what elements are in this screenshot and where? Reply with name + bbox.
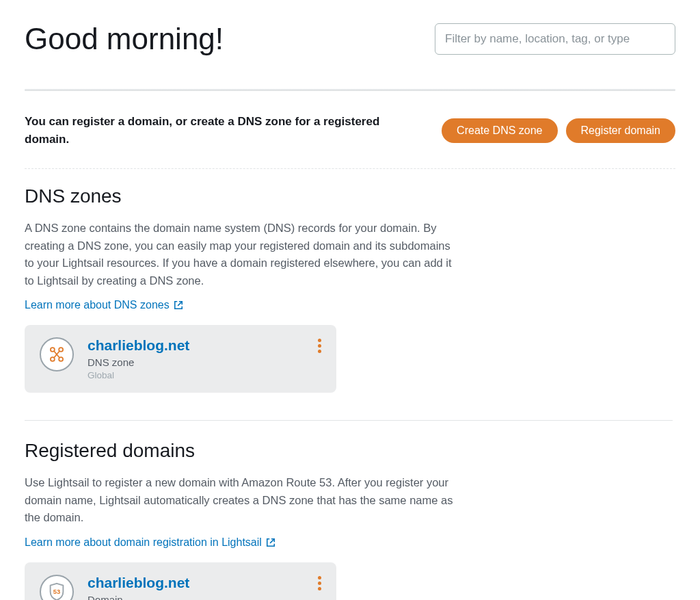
section-divider xyxy=(25,420,673,421)
external-link-icon xyxy=(266,538,275,547)
dns-zones-learn-more-link[interactable]: Learn more about DNS zones xyxy=(25,299,183,311)
svg-point-2 xyxy=(51,357,55,361)
registered-domains-learn-more-text: Learn more about domain registration in … xyxy=(25,536,262,549)
dns-zone-icon xyxy=(40,337,74,371)
dns-zones-title: DNS zones xyxy=(25,185,462,207)
svg-point-3 xyxy=(59,357,63,361)
dns-zone-card-name[interactable]: charlieblog.net xyxy=(88,337,321,354)
dns-zone-card-scope: Global xyxy=(88,370,321,380)
dns-zone-card[interactable]: charlieblog.net DNS zone Global xyxy=(25,325,336,393)
registered-domains-title: Registered domains xyxy=(25,440,462,462)
dns-zone-card-menu-button[interactable] xyxy=(318,339,321,353)
filter-input[interactable] xyxy=(435,23,675,55)
dns-zones-learn-more-text: Learn more about DNS zones xyxy=(25,299,170,311)
create-dns-zone-button[interactable]: Create DNS zone xyxy=(442,118,557,143)
external-link-icon xyxy=(174,300,183,310)
svg-point-1 xyxy=(59,348,63,352)
prompt-actions: Create DNS zone Register domain xyxy=(442,118,675,143)
domain-icon: 53 xyxy=(40,575,74,600)
registered-domains-description: Use Lightsail to register a new domain w… xyxy=(25,474,462,527)
register-domain-button[interactable]: Register domain xyxy=(566,118,676,143)
header-divider xyxy=(25,89,675,91)
domain-card-type: Domain xyxy=(88,594,321,600)
dns-zone-card-type: DNS zone xyxy=(88,356,321,368)
domain-card-menu-button[interactable] xyxy=(318,576,321,590)
domain-card[interactable]: 53 charlieblog.net Domain Global xyxy=(25,562,336,600)
svg-point-0 xyxy=(51,348,55,352)
dns-zones-description: A DNS zone contains the domain name syst… xyxy=(25,220,462,289)
route53-badge-number: 53 xyxy=(53,588,60,595)
registered-domains-section: Registered domains Use Lightsail to regi… xyxy=(25,440,462,600)
domain-card-name[interactable]: charlieblog.net xyxy=(88,575,321,591)
page-greeting: Good morning! xyxy=(25,22,224,56)
dns-zones-section: DNS zones A DNS zone contains the domain… xyxy=(25,185,462,393)
registered-domains-learn-more-link[interactable]: Learn more about domain registration in … xyxy=(25,536,275,549)
prompt-text: You can register a domain, or create a D… xyxy=(25,113,380,148)
